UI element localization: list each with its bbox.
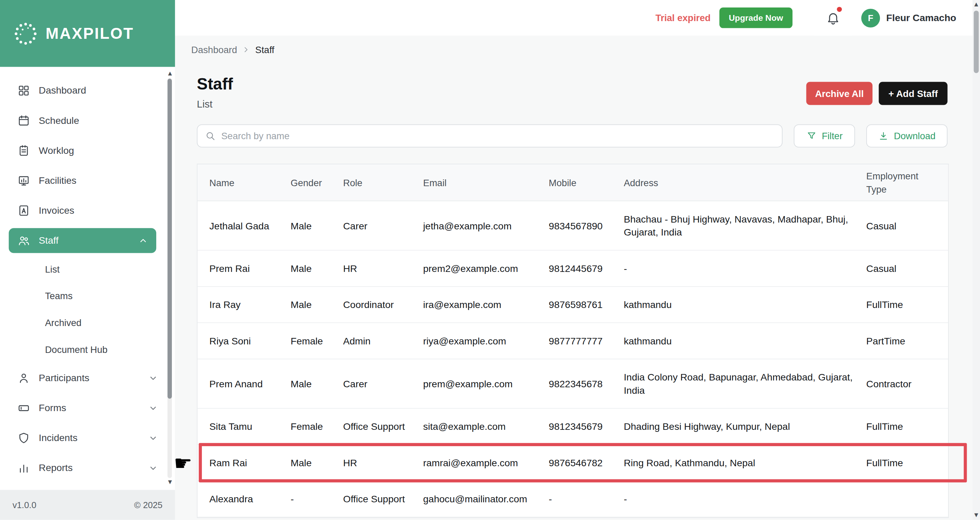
cell-email: prem2@example.com [423, 250, 549, 286]
sidebar-item-label: Facilities [39, 175, 159, 186]
cell-mobile: 9877777777 [549, 323, 624, 359]
sidebar-scrollbar[interactable]: ▲ ▼ [167, 70, 173, 486]
notifications-button[interactable] [814, 0, 853, 36]
chevron-right-icon [241, 45, 251, 54]
archive-all-button[interactable]: Archive All [807, 82, 873, 105]
sidebar-item-list[interactable]: List [0, 256, 175, 283]
sidebar-item-reports[interactable]: Reports [0, 453, 175, 483]
cell-address: kathmandu [624, 323, 866, 359]
table-row[interactable]: ☛ Ira Ray Male Coordinator ira@example.c… [197, 287, 948, 323]
sidebar-item-label: List [45, 264, 159, 274]
avatar: F [861, 8, 880, 27]
cell-name: Ira Ray [209, 287, 291, 323]
cell-gender: Female [291, 323, 343, 359]
cell-mobile: 9812445679 [549, 250, 624, 286]
col-role: Role [343, 171, 423, 194]
table-row[interactable]: ☛ Sita Tamu Female Office Support sita@e… [197, 409, 948, 445]
main-content: Dashboard Staff Staff List Archive All +… [175, 36, 980, 520]
cell-mobile: 9812345679 [549, 409, 624, 444]
search-input[interactable] [221, 131, 775, 141]
cell-role: Office Support [343, 409, 423, 444]
filter-button[interactable]: Filter [794, 124, 855, 147]
sidebar-item-label: Dashboard [39, 85, 159, 96]
sidebar-item-facilities[interactable]: Facilities [0, 166, 175, 196]
cell-name: Jethalal Gada [209, 208, 291, 244]
table-row[interactable]: ☛ Ram Rai Male HR ramrai@example.com 987… [197, 445, 948, 481]
sidebar-scrollbar-thumb[interactable] [167, 79, 172, 399]
app-window: MAXPILOT DashboardScheduleWorklogFacilit… [0, 0, 980, 520]
sidebar-item-schedule[interactable]: Schedule [0, 105, 175, 135]
table-row[interactable]: ☛ Riya Soni Female Admin riya@example.co… [197, 323, 948, 359]
sidebar-item-dashboard[interactable]: Dashboard [0, 76, 175, 105]
table-row[interactable]: ☛ Jethalal Gada Male Carer jetha@example… [197, 201, 948, 250]
window-scroll-up-icon[interactable]: ▲ [972, 0, 980, 9]
cell-gender: Male [291, 287, 343, 323]
table-row[interactable]: ☛ Prem Rai Male HR prem2@example.com 981… [197, 250, 948, 286]
bell-icon [826, 11, 840, 24]
cell-name: Sita Tamu [209, 409, 291, 444]
sidebar-item-participants[interactable]: Participants [0, 363, 175, 393]
sidebar-item-invoices[interactable]: Invoices [0, 196, 175, 226]
chevron-down-icon [147, 463, 159, 474]
table-body: ☛ Jethalal Gada Male Carer jetha@example… [197, 201, 948, 517]
breadcrumb-dashboard[interactable]: Dashboard [191, 44, 237, 55]
copyright: © 2025 [134, 500, 162, 510]
sidebar-item-document-hub[interactable]: Document Hub [0, 336, 175, 363]
sidebar-header: MAXPILOT [0, 0, 175, 67]
table-row[interactable]: ☛ Alexandra - Office Support gahocu@mail… [197, 481, 948, 517]
table-row[interactable]: ☛ Prem Anand Male Carer prem@example.com… [197, 359, 948, 409]
cell-name: Prem Anand [209, 366, 291, 402]
sidebar-item-label: Reports [39, 463, 139, 474]
cell-role: Admin [343, 323, 423, 359]
add-staff-button[interactable]: + Add Staff [879, 82, 948, 105]
cell-role: Carer [343, 208, 423, 244]
sidebar-item-teams[interactable]: Teams [0, 283, 175, 309]
trial-expired-text: Trial expired [655, 13, 710, 23]
sidebar-item-incidents[interactable]: Incidents [0, 423, 175, 453]
chevron-down-icon [147, 402, 159, 413]
filter-label: Filter [822, 131, 843, 141]
cell-role: HR [343, 250, 423, 286]
sidebar-item-worklog[interactable]: Worklog [0, 135, 175, 165]
sidebar-item-label: Document Hub [45, 344, 159, 355]
col-employment-type: Employment Type [866, 164, 948, 200]
pointer-hand-icon: ☛ [173, 452, 192, 473]
cell-address: - [624, 481, 866, 517]
col-address: Address [624, 171, 866, 194]
download-button[interactable]: Download [866, 124, 948, 147]
cell-role: Coordinator [343, 287, 423, 323]
cell-employment-type: FullTime [866, 445, 948, 480]
user-name: Fleur Camacho [886, 12, 956, 24]
cell-mobile: 9876598761 [549, 287, 624, 323]
scroll-down-icon[interactable]: ▼ [167, 479, 173, 486]
cell-employment-type: Casual [866, 250, 948, 286]
sidebar-item-forms[interactable]: Forms [0, 393, 175, 423]
sidebar-item-staff[interactable]: Staff [9, 228, 156, 253]
cell-address: - [624, 250, 866, 286]
user-menu[interactable]: F Fleur Camacho [861, 8, 956, 27]
window-scrollbar-thumb[interactable] [974, 11, 979, 73]
sidebar-item-label: Worklog [39, 145, 159, 156]
page-title: Staff [197, 74, 233, 94]
window-scrollbar[interactable]: ▲ ▼ [972, 0, 980, 520]
sidebar-footer: v1.0.0 © 2025 [0, 490, 175, 520]
cell-employment-type [866, 488, 948, 510]
cell-role: Carer [343, 366, 423, 402]
cell-gender: Female [291, 409, 343, 444]
search-box [197, 124, 782, 147]
forms-icon [18, 402, 30, 415]
brand-logo[interactable]: MAXPILOT [11, 19, 134, 48]
sidebar-item-label: Forms [39, 402, 139, 413]
window-scroll-down-icon[interactable]: ▼ [972, 511, 980, 520]
cell-gender: Male [291, 208, 343, 244]
col-email: Email [423, 171, 549, 194]
col-mobile: Mobile [549, 171, 624, 194]
cell-gender: Male [291, 250, 343, 286]
worklog-icon [18, 144, 30, 157]
scroll-up-icon[interactable]: ▲ [167, 70, 173, 78]
upgrade-now-button[interactable]: Upgrade Now [719, 8, 792, 28]
filter-icon [806, 131, 817, 141]
sidebar-item-archived[interactable]: Archived [0, 309, 175, 336]
schedule-icon [18, 114, 30, 127]
sidebar-item-label: Staff [39, 235, 129, 246]
